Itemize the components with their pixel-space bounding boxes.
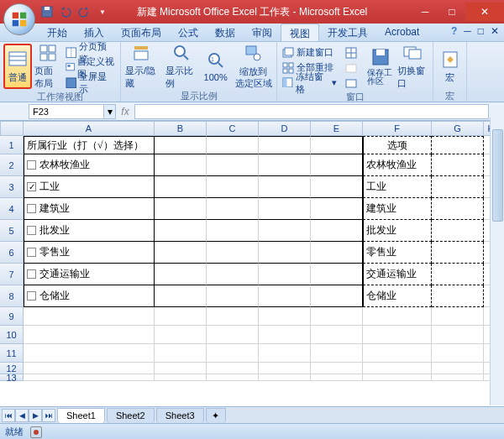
cell-F12[interactable] — [363, 363, 432, 374]
scroll-thumb[interactable] — [492, 129, 503, 222]
redo-icon[interactable] — [77, 5, 91, 18]
cell-B12[interactable] — [155, 363, 207, 374]
cell-A7[interactable]: 交通运输业 — [24, 264, 155, 285]
tab-view[interactable]: 视图 — [281, 24, 319, 41]
cell-C11[interactable] — [207, 344, 259, 363]
restore-icon[interactable]: □ — [478, 25, 484, 37]
normal-view-button[interactable]: 普通 — [3, 44, 32, 89]
cell-E10[interactable] — [311, 326, 363, 344]
cell-G1[interactable] — [432, 136, 484, 154]
macro-button[interactable]: 宏 — [437, 44, 463, 89]
cell-C6[interactable] — [207, 242, 259, 264]
tab-review[interactable]: 审阅 — [244, 24, 281, 41]
cell-D11[interactable] — [259, 344, 311, 363]
cell-A4[interactable]: 建筑业 — [24, 198, 155, 220]
cell-E5[interactable] — [311, 220, 363, 242]
tab-home[interactable]: 开始 — [39, 24, 76, 41]
cell-A8[interactable]: 仓储业 — [24, 285, 155, 307]
col-header-G[interactable]: G — [432, 121, 484, 136]
cell-B7[interactable] — [155, 264, 207, 285]
cell-F3[interactable]: 工业 — [363, 176, 432, 198]
cell-B5[interactable] — [155, 220, 207, 242]
cell-F9[interactable] — [363, 307, 432, 326]
close-doc-icon[interactable]: ✕ — [491, 25, 499, 37]
cell-C12[interactable] — [207, 363, 259, 374]
undo-icon[interactable] — [59, 5, 72, 18]
hide-button[interactable] — [344, 60, 359, 75]
help-icon[interactable]: ? — [451, 25, 457, 37]
prev-sheet-button[interactable]: ◀ — [15, 409, 29, 422]
checkbox-A4[interactable] — [27, 204, 36, 213]
qat-dropdown-icon[interactable]: ▼ — [96, 5, 109, 18]
close-button[interactable]: ✕ — [465, 3, 504, 21]
minimize-button[interactable]: ─ — [412, 3, 438, 21]
split-button[interactable] — [344, 45, 359, 60]
cell-A11[interactable] — [24, 344, 155, 363]
switchwindow-button[interactable]: 切换窗口 — [396, 44, 429, 89]
last-sheet-button[interactable]: ⏭ — [42, 409, 55, 422]
cell-B4[interactable] — [155, 198, 207, 220]
cell-G2[interactable] — [432, 154, 484, 176]
row-header-8[interactable]: 8 — [0, 285, 24, 307]
cell-F11[interactable] — [363, 344, 432, 363]
maximize-button[interactable]: □ — [438, 3, 465, 21]
cell-G9[interactable] — [432, 307, 484, 326]
cell-A5[interactable]: 批发业 — [24, 220, 155, 242]
worksheet[interactable]: ABCDEFGH 12345678910111213 所属行业（打（√）选择）选… — [0, 121, 504, 406]
cell-D2[interactable] — [259, 154, 311, 176]
row-header-5[interactable]: 5 — [0, 220, 24, 242]
office-button[interactable] — [3, 3, 35, 35]
row-header-10[interactable]: 10 — [0, 326, 24, 344]
cell-G6[interactable] — [432, 242, 484, 264]
next-sheet-button[interactable]: ▶ — [29, 409, 42, 422]
name-box[interactable]: F23 — [29, 104, 104, 119]
cell-E2[interactable] — [311, 154, 363, 176]
cell-F7[interactable]: 交通运输业 — [363, 264, 432, 285]
checkbox-A7[interactable] — [27, 269, 36, 279]
cell-B11[interactable] — [155, 344, 207, 363]
sheet-tab-1[interactable]: Sheet1 — [57, 408, 105, 423]
cell-B8[interactable] — [155, 285, 207, 307]
formula-input[interactable] — [134, 104, 489, 119]
cell-E4[interactable] — [311, 198, 363, 220]
tab-formula[interactable]: 公式 — [170, 24, 207, 41]
newwindow-button[interactable]: 新建窗口 — [281, 45, 339, 60]
cell-E9[interactable] — [311, 307, 363, 326]
checkbox-A5[interactable] — [27, 226, 36, 235]
tab-acrobat[interactable]: Acrobat — [376, 24, 428, 41]
cell-G4[interactable] — [432, 198, 484, 220]
cell-B6[interactable] — [155, 242, 207, 264]
cell-D1[interactable] — [259, 136, 311, 154]
cell-B13[interactable] — [155, 374, 207, 381]
cell-F6[interactable]: 零售业 — [363, 242, 432, 264]
cell-D8[interactable] — [259, 285, 311, 307]
zoom100-button[interactable]: 1 100% — [199, 44, 232, 89]
cell-C3[interactable] — [207, 176, 259, 198]
saveworkspace-button[interactable]: 保存工作区 — [366, 44, 395, 89]
col-header-D[interactable]: D — [259, 121, 311, 136]
cell-A13[interactable] — [24, 374, 155, 381]
checkbox-A2[interactable] — [27, 160, 36, 170]
col-header-B[interactable]: B — [155, 121, 207, 136]
cell-C8[interactable] — [207, 285, 259, 307]
cell-B10[interactable] — [155, 326, 207, 344]
cell-E7[interactable] — [311, 264, 363, 285]
cell-D5[interactable] — [259, 220, 311, 242]
showhide-button[interactable]: 显示/隐藏 — [124, 44, 157, 89]
cell-C2[interactable] — [207, 154, 259, 176]
sheet-tab-3[interactable]: Sheet3 — [156, 408, 204, 423]
row-header-1[interactable]: 1 — [0, 136, 24, 154]
new-sheet-button[interactable]: ✦ — [206, 408, 226, 423]
row-header-11[interactable]: 11 — [0, 344, 24, 363]
col-header-C[interactable]: C — [207, 121, 259, 136]
cell-D4[interactable] — [259, 198, 311, 220]
cell-A1[interactable]: 所属行业（打（√）选择） — [24, 136, 155, 154]
cell-E12[interactable] — [311, 363, 363, 374]
tab-insert[interactable]: 插入 — [76, 24, 113, 41]
cell-F13[interactable] — [363, 374, 432, 381]
cell-A9[interactable] — [24, 307, 155, 326]
cell-E1[interactable] — [311, 136, 363, 154]
checkbox-A6[interactable] — [27, 248, 36, 257]
cell-F4[interactable]: 建筑业 — [363, 198, 432, 220]
cell-G3[interactable] — [432, 176, 484, 198]
